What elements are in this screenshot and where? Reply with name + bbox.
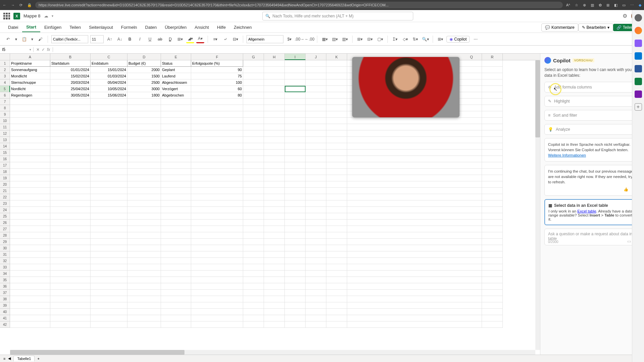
cell[interactable] [326,264,347,270]
cell[interactable] [482,67,503,73]
cell[interactable]: Abgeschlossen [161,79,191,86]
cell[interactable] [461,79,482,86]
cell[interactable] [50,277,91,283]
cell[interactable] [191,194,243,200]
cell[interactable] [191,118,243,124]
cell[interactable]: Startdatum [50,60,91,67]
cell[interactable] [191,277,243,283]
cell[interactable] [243,200,264,207]
excel-table-link[interactable]: Excel table [577,209,596,213]
row-header[interactable]: 33 [0,264,10,270]
cell[interactable] [461,105,482,111]
cell[interactable] [264,290,285,296]
cell[interactable] [91,156,127,162]
cell[interactable] [91,105,127,111]
cell[interactable] [482,175,503,181]
cell[interactable] [306,207,326,213]
row-header[interactable]: 36 [0,283,10,290]
option-add-formula[interactable]: ⊕Add formula columns [544,82,640,93]
cell[interactable] [306,67,326,73]
cell[interactable] [191,270,243,277]
more-info-link[interactable]: Weitere Informationen [548,153,586,157]
cell[interactable] [191,188,243,194]
cell[interactable] [285,251,306,258]
format-cells-button[interactable]: ▢▾ [376,35,384,43]
cell[interactable] [10,290,50,296]
cell[interactable] [50,162,91,169]
cell[interactable] [10,149,50,156]
cell[interactable] [482,162,503,169]
decrease-font-button[interactable]: A↓ [116,35,124,43]
cell[interactable] [161,105,191,111]
cell[interactable] [91,175,127,181]
cell[interactable] [285,296,306,302]
cell[interactable] [10,99,50,105]
cell[interactable] [161,290,191,296]
cell[interactable] [285,99,306,105]
cell[interactable] [326,277,347,283]
cell[interactable] [285,309,306,315]
col-header-q[interactable]: Q [461,54,482,60]
row-header[interactable]: 11 [0,124,10,130]
row-header[interactable]: 29 [0,239,10,245]
addins-button[interactable]: ⊞▾ [436,35,444,43]
cell[interactable] [91,302,127,309]
cell[interactable]: 2000 [127,67,161,73]
menu-ueberpruefen[interactable]: Überprüfen [161,23,191,32]
cell[interactable] [191,156,243,162]
cell[interactable] [10,270,50,277]
cell[interactable] [264,239,285,245]
cell[interactable] [191,175,243,181]
row-header[interactable]: 23 [0,200,10,207]
cell[interactable] [243,73,264,79]
thumbs-up-button[interactable]: 👍 [624,187,628,192]
cell[interactable] [127,296,161,302]
cell[interactable] [127,169,161,175]
copilot-prompt-input[interactable]: Ask a question or make a request about d… [544,229,640,245]
cell[interactable] [243,124,264,130]
cell[interactable] [461,213,482,220]
cell[interactable] [91,245,127,251]
cell[interactable] [127,264,161,270]
cell[interactable] [264,264,285,270]
search-input[interactable]: 🔍 Nach Tools, Hilfe und mehr suchen (ALT… [262,12,413,20]
back-icon[interactable]: ← [3,3,6,7]
cell[interactable] [10,175,50,181]
cell[interactable] [161,175,191,181]
menu-formeln[interactable]: Formeln [117,23,141,32]
format-painter-button[interactable]: 🖌 [36,35,44,43]
cell[interactable] [326,79,347,86]
cell[interactable] [191,245,243,251]
cell[interactable] [50,220,91,226]
cell[interactable] [91,213,127,220]
sort-filter-button[interactable]: ⇅▾ [411,35,419,43]
cell[interactable] [482,258,503,264]
cell[interactable] [161,277,191,283]
cell[interactable]: 60 [191,86,243,92]
cell[interactable] [482,86,503,92]
cell[interactable] [306,175,326,181]
cell[interactable] [191,137,243,143]
cell[interactable] [285,143,306,149]
cell[interactable] [264,79,285,86]
cell[interactable] [50,156,91,162]
cell[interactable] [91,124,127,130]
cell[interactable] [306,213,326,220]
cell[interactable] [326,67,347,73]
cell[interactable] [91,169,127,175]
cell[interactable] [306,239,326,245]
cell[interactable]: 1500 [127,73,161,79]
cell[interactable] [326,207,347,213]
cell[interactable] [306,137,326,143]
cell[interactable] [285,245,306,251]
cell[interactable]: 100 [191,79,243,86]
cell[interactable] [285,79,306,86]
cell[interactable] [482,315,503,321]
row-header[interactable]: 9 [0,111,10,118]
cell[interactable] [10,111,50,118]
cell[interactable]: 30/05/2024 [50,92,91,99]
cell[interactable] [482,156,503,162]
format-table-button[interactable]: ▤▾ [331,35,339,43]
cell[interactable] [285,239,306,245]
cell[interactable] [10,283,50,290]
